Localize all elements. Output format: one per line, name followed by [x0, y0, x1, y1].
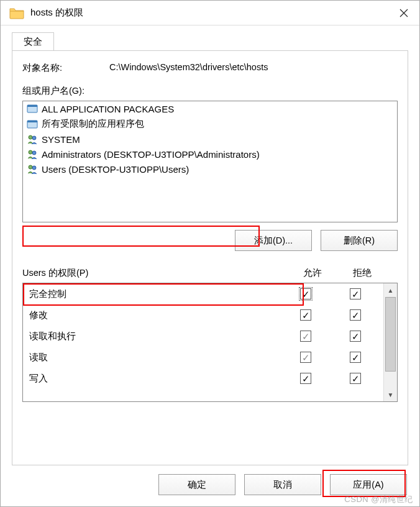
- permission-row: 读取和执行: [23, 326, 383, 347]
- checkbox-deny[interactable]: [350, 288, 361, 299]
- group-item-label: Users (DESKTOP-U3TIOPP\Users): [42, 164, 189, 175]
- svg-point-9: [32, 166, 36, 170]
- svg-point-5: [32, 136, 36, 140]
- groups-label: 组或用户名(G):: [22, 85, 398, 97]
- scroll-up-icon[interactable]: ▲: [384, 283, 397, 297]
- permission-name: 写入: [29, 373, 278, 385]
- permission-row: 写入: [23, 368, 383, 389]
- close-button[interactable]: [388, 1, 419, 25]
- apply-button[interactable]: 应用(A): [330, 474, 407, 495]
- object-name-row: 对象名称: C:\Windows\System32\drivers\etc\ho…: [22, 62, 398, 74]
- svg-rect-3: [27, 121, 37, 122]
- checkbox-deny[interactable]: [350, 309, 361, 321]
- security-panel: 对象名称: C:\Windows\System32\drivers\etc\ho…: [12, 50, 408, 465]
- permission-deny-cell: [334, 288, 377, 299]
- titlebar: hosts 的权限: [1, 1, 419, 25]
- permission-allow-cell: [278, 309, 334, 321]
- permission-deny-cell: [334, 331, 377, 342]
- permission-row: 修改: [23, 304, 383, 326]
- permission-name: 修改: [29, 309, 278, 321]
- checkbox-allow[interactable]: [300, 288, 311, 299]
- scroll-thumb[interactable]: [385, 297, 396, 372]
- svg-point-8: [29, 165, 32, 169]
- close-icon: [399, 9, 408, 17]
- permission-allow-cell: [278, 288, 334, 299]
- scroll-down-icon[interactable]: ▼: [384, 388, 397, 401]
- add-remove-row: 添加(D)... 删除(R): [22, 230, 398, 251]
- remove-button[interactable]: 删除(R): [321, 230, 398, 251]
- users-icon: [27, 148, 38, 160]
- permission-row: 完全控制: [23, 283, 383, 304]
- tab-security[interactable]: 安全: [12, 32, 54, 51]
- permission-name: 完全控制: [29, 288, 278, 300]
- checkbox-allow[interactable]: [300, 373, 311, 384]
- svg-point-4: [29, 135, 32, 139]
- checkbox-deny[interactable]: [350, 331, 361, 342]
- group-item-label: 所有受限制的应用程序包: [42, 118, 144, 130]
- permission-deny-cell: [334, 352, 377, 363]
- group-item[interactable]: ALL APPLICATION PACKAGES: [23, 101, 397, 116]
- checkbox-allow[interactable]: [300, 309, 311, 321]
- tab-strip: 安全: [12, 32, 419, 50]
- checkbox-allow[interactable]: [300, 352, 311, 363]
- folder-icon: [9, 7, 24, 19]
- permissions-grid: 完全控制修改读取和执行读取写入 ▲ ▼: [22, 283, 398, 402]
- add-button[interactable]: 添加(D)...: [235, 230, 312, 251]
- svg-rect-1: [27, 105, 37, 107]
- group-item[interactable]: Users (DESKTOP-U3TIOPP\Users): [23, 162, 397, 176]
- svg-point-6: [29, 150, 32, 154]
- permission-allow-cell: [278, 352, 334, 363]
- package-icon: [27, 119, 38, 130]
- group-item-label: Administrators (DESKTOP-U3TIOPP\Administ…: [42, 149, 260, 160]
- object-name-value: C:\Windows\System32\drivers\etc\hosts: [109, 62, 398, 74]
- permission-name: 读取和执行: [29, 331, 278, 342]
- group-item[interactable]: Administrators (DESKTOP-U3TIOPP\Administ…: [23, 147, 397, 162]
- groups-listbox[interactable]: ALL APPLICATION PACKAGES所有受限制的应用程序包SYSTE…: [22, 101, 398, 222]
- allow-header: 允许: [285, 267, 340, 279]
- permission-deny-cell: [334, 373, 377, 384]
- permissions-scroll-area: 完全控制修改读取和执行读取写入: [23, 283, 383, 401]
- checkbox-allow[interactable]: [300, 331, 311, 342]
- permission-allow-cell: [278, 373, 334, 384]
- cancel-button[interactable]: 取消: [244, 474, 321, 495]
- permission-allow-cell: [278, 331, 334, 342]
- svg-point-7: [32, 151, 36, 155]
- permission-deny-cell: [334, 309, 377, 321]
- permission-row: 读取: [23, 347, 383, 368]
- group-item-label: SYSTEM: [42, 134, 80, 145]
- permission-row: [23, 389, 383, 400]
- group-item[interactable]: SYSTEM: [23, 132, 397, 147]
- permission-name: 读取: [29, 352, 278, 363]
- group-item[interactable]: 所有受限制的应用程序包: [23, 116, 397, 132]
- dialog-button-row: 确定 取消 应用(A): [1, 465, 419, 506]
- group-item-label: ALL APPLICATION PACKAGES: [42, 104, 174, 114]
- permissions-scrollbar[interactable]: ▲ ▼: [383, 283, 397, 401]
- ok-button[interactable]: 确定: [158, 474, 235, 495]
- permissions-dialog: hosts 的权限 安全 对象名称: C:\Windows\System32\d…: [0, 0, 420, 507]
- permissions-title: Users 的权限(P): [22, 267, 285, 279]
- package-icon: [27, 103, 38, 114]
- checkbox-deny[interactable]: [350, 352, 361, 363]
- deny-header: 拒绝: [340, 267, 384, 279]
- window-title: hosts 的权限: [30, 7, 388, 19]
- users-icon: [27, 163, 38, 175]
- users-icon: [27, 134, 38, 145]
- object-name-label: 对象名称:: [22, 62, 109, 74]
- checkbox-deny[interactable]: [350, 373, 361, 384]
- permissions-header: Users 的权限(P) 允许 拒绝: [22, 267, 398, 279]
